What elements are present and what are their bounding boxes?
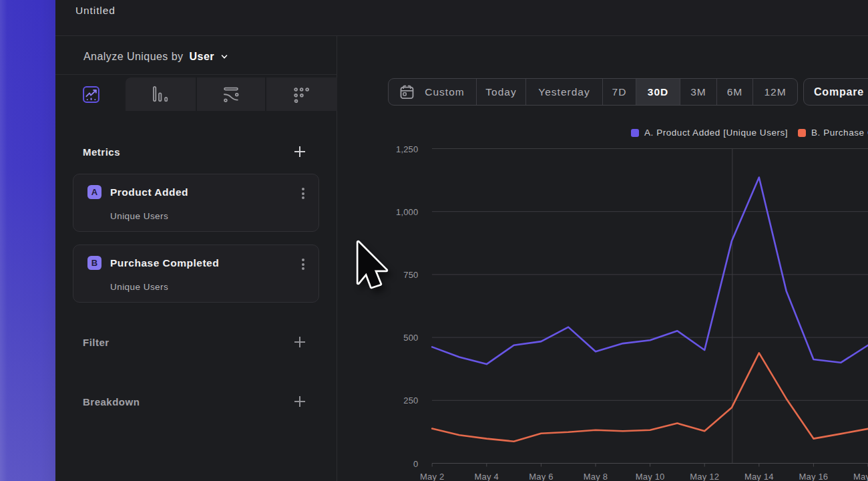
- svg-text:May 16: May 16: [799, 472, 828, 481]
- svg-text:May 14: May 14: [744, 472, 774, 481]
- svg-text:May 4: May 4: [475, 472, 499, 481]
- svg-text:May 6: May 6: [529, 472, 553, 481]
- svg-text:500: 500: [403, 333, 418, 343]
- svg-text:May 10: May 10: [636, 472, 665, 481]
- svg-text:0: 0: [413, 459, 418, 469]
- svg-text:1,250: 1,250: [396, 144, 419, 154]
- svg-text:May 18: May 18: [853, 472, 868, 481]
- svg-text:May 8: May 8: [584, 472, 608, 481]
- svg-text:250: 250: [403, 395, 418, 406]
- svg-text:1,000: 1,000: [396, 207, 419, 217]
- svg-text:May 12: May 12: [690, 472, 719, 481]
- svg-text:May 2: May 2: [420, 472, 444, 481]
- svg-text:750: 750: [403, 270, 418, 280]
